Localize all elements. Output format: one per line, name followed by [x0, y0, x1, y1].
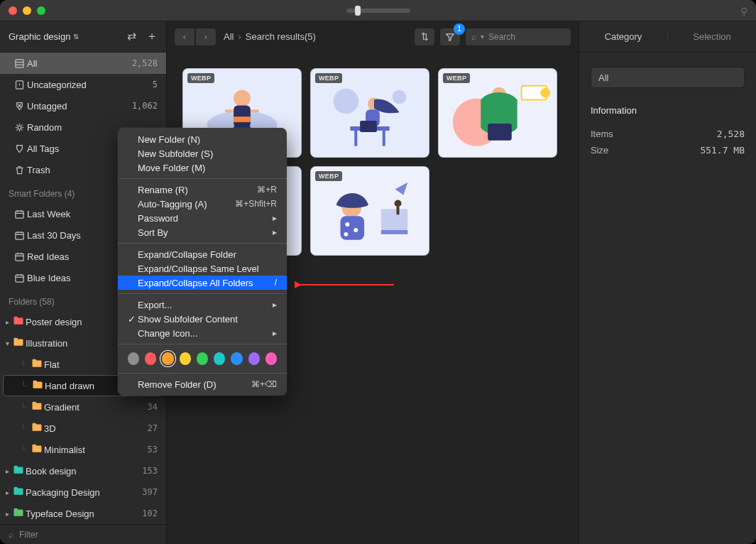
title-bar: ⚲ [0, 0, 756, 21]
menu-item-expand-collapse-same-level[interactable]: Expand/Collapse Same Level [118, 261, 287, 276]
filter-button[interactable]: 1 [439, 28, 461, 46]
menu-item-sort-by[interactable]: Sort By ▸ [118, 225, 287, 239]
menu-item-move-folder-m-[interactable]: Move Folder (M) [118, 161, 287, 175]
maximize-window-button[interactable] [37, 6, 45, 15]
menu-item-label: Auto-Tagging (A) [128, 199, 207, 210]
search-icon: ⌕ [9, 530, 13, 540]
calendar-icon [11, 251, 27, 262]
menu-item-auto-tagging-a-[interactable]: Auto-Tagging (A) ⌘+Shfit+R [118, 197, 287, 211]
sidebar-item-all[interactable]: All 2,528 [0, 53, 166, 74]
folder-icon [30, 444, 44, 455]
inspector-pane: Category Selection All Information Items… [579, 21, 756, 544]
close-window-button[interactable] [9, 6, 17, 15]
sidebar-item-uncategorized[interactable]: Uncategorized 5 [0, 74, 166, 95]
svg-point-45 [354, 228, 358, 232]
folder-icon [11, 316, 26, 327]
color-swatch[interactable] [180, 352, 191, 365]
search-input[interactable]: ⌕ ▾ Search [465, 28, 571, 46]
menu-shortcut: ⌘+⌫ [251, 379, 277, 389]
folder-typeface-design[interactable]: ▸ Typeface Design 102 [0, 503, 166, 524]
color-swatch[interactable] [128, 352, 139, 365]
svg-rect-43 [341, 216, 365, 240]
sidebar-item-label: All [27, 58, 132, 69]
folder-packaging-design[interactable]: ▸ Packaging Design 397 [0, 482, 166, 503]
svg-rect-38 [381, 209, 408, 230]
color-swatch[interactable] [231, 352, 242, 365]
color-swatch[interactable] [162, 352, 173, 365]
menu-item-label: New Folder (N) [128, 134, 200, 145]
sort-button[interactable]: ⇅ [414, 28, 435, 46]
menu-item-change-icon-[interactable]: Change Icon... ▸ [118, 326, 287, 340]
sidebar-fixed-icon [11, 80, 27, 90]
thumbnail[interactable]: WEBP [310, 68, 429, 158]
add-icon[interactable]: ＋ [146, 29, 158, 44]
minimize-window-button[interactable] [23, 6, 31, 15]
traffic-lights [9, 6, 45, 15]
menu-item-new-folder-n-[interactable]: New Folder (N) [118, 132, 287, 146]
color-swatch-row [118, 348, 287, 369]
calendar-icon [11, 230, 27, 241]
folder-count: 102 [142, 508, 158, 518]
folder-icon [11, 486, 26, 498]
menu-item-export-[interactable]: Export... ▸ [118, 298, 287, 312]
disclosure-triangle-icon[interactable]: ▸ [3, 510, 11, 518]
submenu-arrow-icon: ▸ [273, 300, 277, 310]
thumbnail[interactable]: WEBP [310, 166, 429, 256]
tab-selection[interactable]: Selection [667, 31, 756, 42]
menu-item-expand-collapse-all-folders[interactable]: Expand/Collapse All Folders / [118, 276, 287, 290]
menu-item-label: Move Folder (M) [128, 163, 205, 173]
subfolder-count: 34 [148, 402, 158, 412]
menu-item-new-subfolder-s-[interactable]: New Subfolder (S) [118, 146, 287, 161]
thumbnail[interactable]: WEBP [438, 68, 557, 158]
inspector-tabs: Category Selection [579, 21, 756, 53]
nav-forward-button[interactable]: › [195, 28, 217, 46]
category-filter-pill[interactable]: All [591, 67, 745, 88]
tab-category[interactable]: Category [579, 31, 667, 42]
sidebar-filter[interactable]: ⌕ Filter [0, 524, 166, 544]
disclosure-triangle-icon[interactable]: ▸ [3, 318, 11, 326]
thumbnail-size-slider[interactable] [346, 9, 410, 13]
subfolder-minimalist[interactable]: └ Minimalist 53 [0, 439, 166, 460]
submenu-arrow-icon: ▸ [273, 328, 277, 338]
sidebar-fixed-icon [11, 165, 27, 175]
subfolder-3d[interactable]: └ 3D 27 [0, 418, 166, 439]
sidebar-fixed-icon [11, 143, 27, 154]
pin-icon[interactable]: ⚲ [740, 6, 747, 17]
menu-item-expand-collapse-folder[interactable]: Expand/Collapse Folder [118, 247, 287, 261]
disclosure-triangle-icon[interactable]: ▾ [3, 339, 11, 347]
menu-item-rename-r-[interactable]: Rename (R) ⌘+R [118, 183, 287, 197]
svg-rect-24 [360, 121, 377, 132]
subfolder-gradient[interactable]: └ Gradient 34 [0, 396, 166, 418]
color-swatch[interactable] [265, 352, 277, 365]
breadcrumb-root[interactable]: All [224, 31, 234, 42]
library-switcher[interactable]: Graphic design ⇅ [9, 31, 79, 42]
svg-point-9 [234, 90, 251, 107]
chevron-updown-icon: ⇅ [73, 33, 79, 40]
menu-item-remove-folder[interactable]: Remove Folder (D) ⌘+⌫ [118, 377, 287, 391]
menu-item-show-subfolder-content[interactable]: ✓Show Subfolder Content [118, 312, 287, 326]
info-key: Size [591, 145, 608, 156]
filter-badge: 1 [454, 23, 465, 35]
menu-shortcut: ⌘+R [257, 185, 277, 195]
menu-separator [118, 373, 287, 374]
slider-thumb[interactable] [355, 6, 361, 16]
svg-rect-20 [354, 131, 357, 146]
color-swatch[interactable] [197, 352, 208, 365]
folder-book-design[interactable]: ▸ Book design 153 [0, 460, 166, 482]
submenu-arrow-icon: ▸ [273, 213, 277, 223]
svg-rect-12 [251, 109, 259, 112]
sync-sort-icon[interactable]: ⇄ [127, 29, 136, 44]
disclosure-triangle-icon[interactable]: ▸ [3, 467, 11, 475]
svg-rect-15 [234, 116, 251, 122]
color-swatch[interactable] [145, 352, 156, 365]
disclosure-triangle-icon[interactable]: ▸ [3, 489, 11, 496]
color-swatch[interactable] [248, 352, 260, 365]
menu-item-password[interactable]: Password ▸ [118, 211, 287, 225]
color-swatch[interactable] [214, 352, 225, 365]
nav-back-button[interactable]: ‹ [174, 28, 195, 46]
svg-rect-0 [15, 59, 23, 67]
sidebar-item-untagged[interactable]: Untagged 1,062 [0, 95, 166, 116]
search-icon: ⌕ [471, 32, 476, 42]
folder-label: Typeface Design [26, 508, 142, 519]
filter-placeholder: Filter [19, 530, 38, 540]
